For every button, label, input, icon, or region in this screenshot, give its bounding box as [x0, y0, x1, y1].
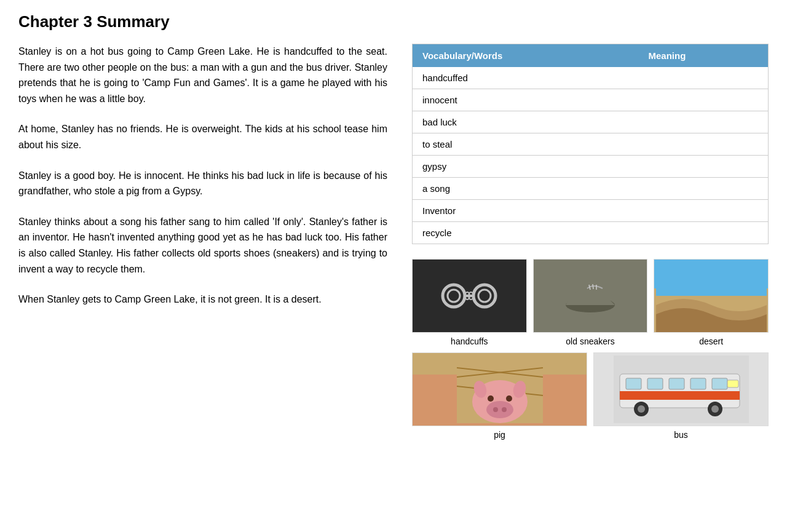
svg-point-3: [478, 290, 491, 302]
vocab-word-2: bad luck: [413, 111, 639, 133]
svg-point-16: [488, 395, 494, 402]
vocab-meaning-3: [639, 133, 769, 156]
desert-label: desert: [699, 336, 723, 346]
left-column: Stanley is on a hot bus going to Camp Gr…: [18, 44, 387, 322]
sneakers-svg: [553, 271, 627, 320]
paragraph-5: When Stanley gets to Camp Green Lake, it…: [18, 292, 387, 308]
col-header-meaning: Meaning: [639, 44, 769, 68]
pig-image: [412, 352, 587, 426]
bus-svg: [614, 355, 749, 423]
svg-rect-24: [620, 391, 740, 400]
table-row: to steal: [413, 133, 769, 156]
right-column: Vocabulary/Words Meaning handcuffedinnoc…: [412, 44, 769, 440]
svg-rect-26: [647, 378, 663, 389]
table-header-row: Vocabulary/Words Meaning: [413, 44, 769, 68]
svg-rect-27: [669, 378, 684, 389]
vocab-meaning-1: [639, 89, 769, 111]
vocab-meaning-4: [639, 156, 769, 178]
vocab-meaning-5: [639, 178, 769, 200]
vocab-word-4: gypsy: [413, 156, 639, 178]
svg-point-0: [443, 285, 465, 307]
col-header-word: Vocabulary/Words: [413, 44, 639, 68]
table-row: gypsy: [413, 156, 769, 178]
image-sneakers: old sneakers: [533, 259, 648, 346]
svg-point-15: [486, 401, 513, 418]
svg-point-33: [711, 405, 719, 413]
vocab-meaning-6: [639, 200, 769, 222]
vocab-word-7: recycle: [413, 222, 639, 244]
svg-point-2: [473, 285, 496, 307]
table-row: bad luck: [413, 111, 769, 133]
table-row: a song: [413, 178, 769, 200]
paragraph-2: At home, Stanley has no friends. He is o…: [18, 121, 387, 153]
vocab-word-0: handcuffed: [413, 67, 639, 89]
sneakers-label: old sneakers: [566, 336, 614, 346]
svg-point-19: [502, 407, 507, 412]
vocab-word-3: to steal: [413, 133, 639, 156]
sneakers-image: [533, 259, 648, 333]
svg-rect-8: [656, 259, 767, 296]
vocab-word-6: Inventor: [413, 200, 639, 222]
paragraph-3: Stanley is a good boy. He is innocent. H…: [18, 168, 387, 199]
table-row: recycle: [413, 222, 769, 244]
svg-rect-28: [690, 378, 706, 389]
main-layout: Stanley is on a hot bus going to Camp Gr…: [18, 44, 769, 440]
bus-image: [593, 352, 769, 426]
pig-label: pig: [494, 430, 505, 440]
desert-svg: [656, 259, 767, 333]
vocabulary-table: Vocabulary/Words Meaning handcuffedinnoc…: [412, 44, 769, 244]
vocab-word-1: innocent: [413, 89, 639, 111]
image-handcuffs: handcuffs: [412, 259, 527, 346]
table-row: innocent: [413, 89, 769, 111]
images-top-row: handcuffs old sneakers: [412, 259, 769, 346]
paragraph-1: Stanley is on a hot bus going to Camp Gr…: [18, 44, 387, 106]
pig-svg: [457, 355, 543, 423]
image-bus: bus: [593, 352, 769, 440]
table-row: Inventor: [413, 200, 769, 222]
vocab-word-5: a song: [413, 178, 639, 200]
vocab-meaning-7: [639, 222, 769, 244]
svg-point-1: [448, 290, 460, 302]
paragraph-4: Stanley thinks about a song his father s…: [18, 214, 387, 277]
images-bottom-row: pig: [412, 352, 769, 440]
image-desert: desert: [654, 259, 769, 346]
page-title: Chapter 3 Summary: [18, 12, 769, 31]
image-pig: pig: [412, 352, 587, 440]
table-row: handcuffed: [413, 67, 769, 89]
handcuffs-svg: [432, 271, 506, 320]
handcuffs-image: [412, 259, 527, 333]
svg-rect-34: [727, 380, 738, 387]
handcuffs-label: handcuffs: [451, 336, 488, 346]
svg-point-17: [506, 395, 512, 402]
vocab-meaning-2: [639, 111, 769, 133]
svg-point-18: [493, 407, 498, 412]
svg-rect-29: [712, 378, 727, 389]
desert-image: [654, 259, 769, 333]
bus-label: bus: [674, 430, 688, 440]
svg-point-31: [638, 405, 645, 413]
svg-rect-25: [626, 378, 641, 389]
vocab-meaning-0: [639, 67, 769, 89]
